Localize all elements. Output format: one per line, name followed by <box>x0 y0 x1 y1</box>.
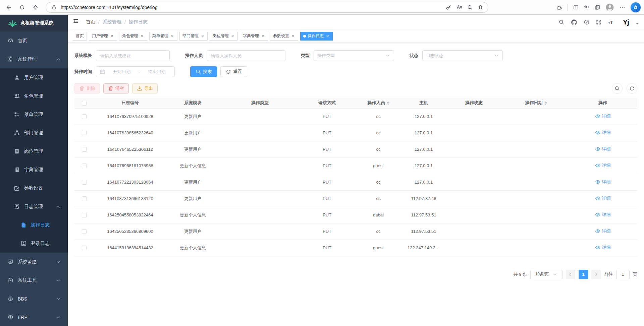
row-checkbox[interactable] <box>82 196 87 201</box>
sidebar-item-menu[interactable]: 菜单管理 <box>0 105 68 124</box>
read-aloud-icon[interactable] <box>457 5 462 10</box>
sidebar-item-role[interactable]: 角色管理 <box>0 87 68 105</box>
url-text[interactable]: https://ccnetcore.com:1101/system/log/op… <box>61 5 446 10</box>
sidebar-item-post[interactable]: 岗位管理 <box>0 142 68 160</box>
sidebar-item-erp[interactable]: ERP <box>0 308 68 326</box>
close-icon[interactable]: × <box>261 34 265 38</box>
search-icon[interactable] <box>559 19 564 25</box>
cell-operator: dabai <box>354 207 403 223</box>
page-size-select[interactable]: 10条/页 <box>530 270 562 279</box>
tab-角色管理[interactable]: 角色管理× <box>119 32 147 41</box>
refresh-table-button[interactable] <box>627 83 637 94</box>
sidebar-item-system[interactable]: 系统管理 <box>0 50 68 68</box>
tab-部门管理[interactable]: 部门管理× <box>179 32 208 41</box>
close-icon[interactable]: × <box>291 34 295 38</box>
column-header-date[interactable]: 操作日期 <box>504 98 568 108</box>
sidebar-item-log[interactable]: 日志管理 <box>0 197 68 216</box>
copilot-icon[interactable]: b <box>631 2 641 12</box>
detail-link[interactable]: 详细 <box>595 130 611 136</box>
more-icon[interactable] <box>620 4 625 10</box>
sidebar-item-operlog[interactable]: 操作日志 <box>0 216 68 234</box>
tab-字典管理[interactable]: 字典管理× <box>240 32 268 41</box>
close-icon[interactable]: × <box>230 34 235 38</box>
sort-icon[interactable] <box>387 100 389 106</box>
tab-岗位管理[interactable]: 岗位管理× <box>210 32 238 41</box>
status-select[interactable]: 日志状态 <box>422 50 503 61</box>
profile-icon[interactable] <box>605 3 614 12</box>
reset-button[interactable]: 重置 <box>220 66 247 77</box>
module-input[interactable] <box>96 50 170 61</box>
refresh-icon[interactable] <box>17 2 28 13</box>
clear-button[interactable]: 清空 <box>103 83 129 93</box>
row-checkbox[interactable] <box>82 147 87 152</box>
close-icon[interactable]: × <box>325 34 330 38</box>
close-icon[interactable]: × <box>200 34 205 38</box>
favorite-add-icon[interactable] <box>478 5 483 10</box>
row-checkbox[interactable] <box>82 131 87 135</box>
close-icon[interactable]: × <box>110 34 114 38</box>
collections-icon[interactable] <box>584 5 589 10</box>
sidebar-item-user[interactable]: 用户管理 <box>0 68 68 87</box>
split-screen-icon[interactable] <box>573 5 579 10</box>
avatar-caret-icon[interactable] <box>636 23 639 26</box>
delete-button[interactable]: 删除 <box>74 83 100 93</box>
sidebar-item-dict[interactable]: 字典管理 <box>0 160 68 179</box>
type-select[interactable]: 操作类型 <box>314 50 394 61</box>
close-icon[interactable]: × <box>140 34 144 38</box>
help-icon[interactable] <box>584 19 589 25</box>
fullscreen-icon[interactable] <box>596 19 601 25</box>
prev-page-button[interactable] <box>566 270 575 279</box>
export-button[interactable]: 导出 <box>132 83 158 93</box>
detail-link[interactable]: 详细 <box>595 195 611 201</box>
breadcrumb-item[interactable]: 首页 <box>86 19 95 25</box>
sidebar-item-monitor[interactable]: 系统监控 <box>0 253 68 271</box>
sidebar-item-tools[interactable]: 系统工具 <box>0 271 68 289</box>
sidebar-item-dept[interactable]: 部门管理 <box>0 124 68 142</box>
address-bar[interactable]: https://ccnetcore.com:1101/system/log/op… <box>46 2 488 13</box>
search-button[interactable]: 搜索 <box>190 66 217 77</box>
date-range-picker[interactable]: 开始日期 - 结束日期 <box>96 66 175 77</box>
toggle-search-button[interactable] <box>612 83 623 94</box>
sidebar-item-bbs[interactable]: BBS <box>0 289 68 308</box>
detail-link[interactable]: 详细 <box>595 162 611 169</box>
row-checkbox[interactable] <box>82 114 87 119</box>
close-icon[interactable]: × <box>170 34 174 38</box>
detail-link[interactable]: 详细 <box>595 212 611 218</box>
sidebar-collapse-icon[interactable] <box>73 18 80 26</box>
operator-input[interactable] <box>207 50 285 61</box>
tab-菜单管理[interactable]: 菜单管理× <box>149 32 177 41</box>
row-checkbox[interactable] <box>82 213 87 217</box>
user-avatar[interactable]: Yj <box>620 16 632 28</box>
zoom-out-icon[interactable] <box>467 5 473 10</box>
column-header-operator[interactable]: 操作人员 <box>354 98 403 108</box>
github-icon[interactable] <box>571 19 577 25</box>
key-icon[interactable] <box>446 5 451 10</box>
sidebar-item-home[interactable]: 首页 <box>0 31 68 50</box>
tab-actions-icon[interactable] <box>595 5 600 10</box>
browser-toolbar: https://ccnetcore.com:1101/system/log/op… <box>0 0 644 15</box>
home-icon[interactable] <box>30 2 41 13</box>
detail-link[interactable]: 详细 <box>595 228 611 234</box>
back-icon[interactable] <box>3 2 14 13</box>
tab-操作日志[interactable]: 操作日志× <box>300 32 333 41</box>
tab-用户管理[interactable]: 用户管理× <box>89 32 117 41</box>
page-number-button[interactable]: 1 <box>579 270 588 279</box>
next-page-button[interactable] <box>591 270 601 279</box>
tab-首页[interactable]: 首页 <box>73 32 87 41</box>
sidebar-item-loginlog[interactable]: 登录日志 <box>0 234 68 253</box>
row-checkbox[interactable] <box>82 229 87 234</box>
row-checkbox[interactable] <box>82 180 87 185</box>
select-all-checkbox[interactable] <box>82 101 87 106</box>
detail-link[interactable]: 详细 <box>595 113 611 119</box>
tab-参数设置[interactable]: 参数设置× <box>270 32 298 41</box>
goto-page-input[interactable] <box>616 270 630 279</box>
detail-link[interactable]: 详细 <box>595 179 611 185</box>
row-checkbox[interactable] <box>82 246 87 250</box>
detail-link[interactable]: 详细 <box>595 146 611 152</box>
sort-icon[interactable] <box>544 100 547 106</box>
row-checkbox[interactable] <box>82 164 87 168</box>
font-size-icon[interactable]: тT <box>608 19 613 25</box>
sidebar-item-param[interactable]: 参数设置 <box>0 179 68 197</box>
detail-link[interactable]: 详细 <box>595 245 611 251</box>
extensions-icon[interactable] <box>557 5 562 10</box>
